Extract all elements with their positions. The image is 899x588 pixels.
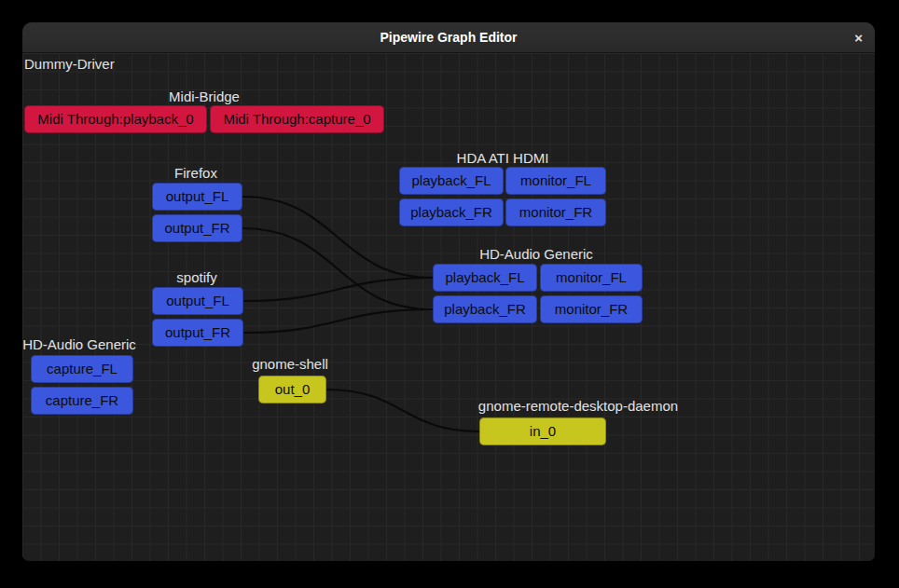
port-hda-ati-hdmi-playback-fl[interactable]: playback_FL (399, 167, 504, 195)
node-title-hd-audio-generic-out[interactable]: HD-Audio Generic (479, 246, 593, 262)
pipewire-graph-editor-window: Pipewire Graph Editor × Dummy-DriverMidi… (22, 22, 875, 561)
graph-canvas: Dummy-DriverMidi-BridgeMidi Through:play… (22, 53, 875, 561)
node-title-gnome-remote-desktop-daemon[interactable]: gnome-remote-desktop-daemon (478, 398, 678, 414)
port-midi-bridge-midi-through-playback-0[interactable]: Midi Through:playback_0 (24, 105, 207, 133)
node-title-dummy-driver[interactable]: Dummy-Driver (24, 56, 115, 72)
window-title: Pipewire Graph Editor (380, 30, 517, 45)
port-hd-audio-generic-out-monitor-fl[interactable]: monitor_FL (540, 264, 643, 292)
port-hda-ati-hdmi-monitor-fl[interactable]: monitor_FL (505, 167, 606, 195)
node-title-spotify[interactable]: spotify (176, 269, 216, 285)
port-hda-ati-hdmi-playback-fr[interactable]: playback_FR (399, 198, 504, 226)
edge-spotify-output-fr-to-hd-audio-playback-fr[interactable] (243, 309, 433, 333)
port-gnome-shell-out-0[interactable]: out_0 (258, 376, 326, 403)
port-hd-audio-generic-out-monitor-fr[interactable]: monitor_FR (540, 295, 643, 323)
port-firefox-output-fl[interactable]: output_FL (152, 183, 242, 211)
titlebar[interactable]: Pipewire Graph Editor × (22, 22, 875, 53)
edge-spotify-output-fl-to-hd-audio-playback-fl[interactable] (243, 278, 433, 301)
edge-firefox-output-fr-to-hd-audio-playback-fr[interactable] (242, 228, 433, 309)
node-title-hda-ati-hdmi[interactable]: HDA ATI HDMI (457, 150, 549, 166)
port-firefox-output-fr[interactable]: output_FR (152, 214, 242, 242)
port-hd-audio-generic-out-playback-fr[interactable]: playback_FR (433, 295, 537, 323)
port-midi-bridge-midi-through-capture-0[interactable]: Midi Through:capture_0 (210, 105, 384, 133)
port-gnome-remote-desktop-daemon-in-0[interactable]: in_0 (479, 417, 606, 445)
port-hd-audio-generic-in-capture-fr[interactable]: capture_FR (31, 387, 133, 415)
node-title-firefox[interactable]: Firefox (174, 165, 217, 181)
close-icon[interactable]: × (854, 22, 863, 52)
desktop-background: { "window": { "title": "Pipewire Graph E… (0, 0, 899, 588)
port-hd-audio-generic-in-capture-fl[interactable]: capture_FL (31, 355, 133, 383)
node-title-hd-audio-generic-in[interactable]: HD-Audio Generic (22, 336, 136, 352)
port-spotify-output-fr[interactable]: output_FR (152, 319, 243, 347)
node-title-midi-bridge[interactable]: Midi-Bridge (169, 89, 240, 104)
port-hd-audio-generic-out-playback-fl[interactable]: playback_FL (433, 264, 537, 292)
node-title-gnome-shell[interactable]: gnome-shell (252, 356, 328, 372)
port-hda-ati-hdmi-monitor-fr[interactable]: monitor_FR (505, 198, 606, 226)
port-spotify-output-fl[interactable]: output_FL (152, 287, 243, 315)
edge-gnome-shell-out-0-to-remote-desktop-in-0[interactable] (326, 390, 479, 431)
